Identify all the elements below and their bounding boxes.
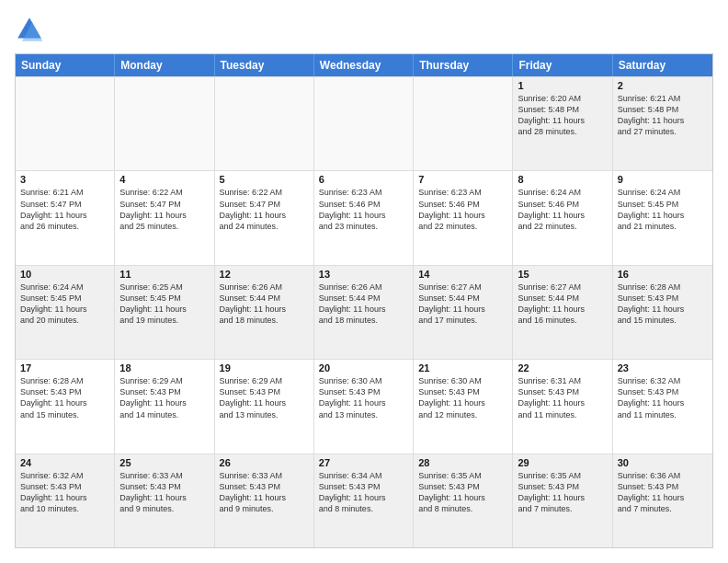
day-cell-25: 25Sunrise: 6:33 AM Sunset: 5:43 PM Dayli… [115,454,214,547]
day-number: 21 [418,362,507,373]
day-info: Sunrise: 6:33 AM Sunset: 5:43 PM Dayligh… [119,470,209,515]
day-cell-8: 8Sunrise: 6:24 AM Sunset: 5:46 PM Daylig… [513,171,612,264]
day-info: Sunrise: 6:23 AM Sunset: 5:46 PM Dayligh… [418,187,507,232]
day-cell-21: 21Sunrise: 6:30 AM Sunset: 5:43 PM Dayli… [414,360,513,453]
day-cell-27: 27Sunrise: 6:34 AM Sunset: 5:43 PM Dayli… [314,454,414,547]
day-info: Sunrise: 6:29 AM Sunset: 5:43 PM Dayligh… [119,375,209,420]
empty-cell-0-3 [314,77,414,170]
logo-icon [15,15,44,44]
day-cell-7: 7Sunrise: 6:23 AM Sunset: 5:46 PM Daylig… [414,171,513,264]
day-number: 8 [518,174,607,185]
day-number: 3 [20,174,109,185]
day-number: 30 [618,457,708,468]
day-number: 17 [20,362,109,373]
day-cell-9: 9Sunrise: 6:24 AM Sunset: 5:45 PM Daylig… [613,171,712,264]
calendar-row-4: 24Sunrise: 6:32 AM Sunset: 5:43 PM Dayli… [16,454,712,547]
day-cell-18: 18Sunrise: 6:29 AM Sunset: 5:43 PM Dayli… [115,360,214,453]
day-number: 7 [418,174,507,185]
header-cell-tuesday: Tuesday [215,54,314,76]
header-cell-sunday: Sunday [16,54,115,76]
empty-cell-0-4 [414,77,513,170]
day-cell-15: 15Sunrise: 6:27 AM Sunset: 5:44 PM Dayli… [513,266,612,359]
day-info: Sunrise: 6:21 AM Sunset: 5:48 PM Dayligh… [618,93,708,138]
day-number: 29 [518,457,607,468]
day-info: Sunrise: 6:26 AM Sunset: 5:44 PM Dayligh… [220,282,309,327]
day-number: 23 [618,362,708,373]
day-info: Sunrise: 6:25 AM Sunset: 5:45 PM Dayligh… [119,282,209,327]
logo [15,15,48,44]
day-number: 19 [220,362,309,373]
day-cell-3: 3Sunrise: 6:21 AM Sunset: 5:47 PM Daylig… [16,171,115,264]
day-info: Sunrise: 6:23 AM Sunset: 5:46 PM Dayligh… [319,187,408,232]
header-cell-wednesday: Wednesday [314,54,414,76]
day-cell-20: 20Sunrise: 6:30 AM Sunset: 5:43 PM Dayli… [314,360,414,453]
day-info: Sunrise: 6:28 AM Sunset: 5:43 PM Dayligh… [20,375,109,420]
empty-cell-0-1 [115,77,214,170]
day-cell-11: 11Sunrise: 6:25 AM Sunset: 5:45 PM Dayli… [115,266,214,359]
day-cell-4: 4Sunrise: 6:22 AM Sunset: 5:47 PM Daylig… [115,171,214,264]
calendar-row-3: 17Sunrise: 6:28 AM Sunset: 5:43 PM Dayli… [16,359,712,453]
calendar-body: 1Sunrise: 6:20 AM Sunset: 5:48 PM Daylig… [16,76,712,547]
day-number: 18 [119,362,209,373]
day-info: Sunrise: 6:32 AM Sunset: 5:43 PM Dayligh… [20,470,109,515]
day-info: Sunrise: 6:28 AM Sunset: 5:43 PM Dayligh… [618,282,708,327]
day-cell-6: 6Sunrise: 6:23 AM Sunset: 5:46 PM Daylig… [314,171,414,264]
day-info: Sunrise: 6:32 AM Sunset: 5:43 PM Dayligh… [618,375,708,420]
page: SundayMondayTuesdayWednesdayThursdayFrid… [0,0,728,563]
day-number: 24 [20,457,109,468]
day-info: Sunrise: 6:30 AM Sunset: 5:43 PM Dayligh… [319,375,408,420]
day-number: 2 [618,80,708,91]
day-cell-24: 24Sunrise: 6:32 AM Sunset: 5:43 PM Dayli… [16,454,115,547]
day-info: Sunrise: 6:36 AM Sunset: 5:43 PM Dayligh… [618,470,708,515]
day-cell-10: 10Sunrise: 6:24 AM Sunset: 5:45 PM Dayli… [16,266,115,359]
day-cell-14: 14Sunrise: 6:27 AM Sunset: 5:44 PM Dayli… [414,266,513,359]
day-number: 11 [119,269,209,280]
day-number: 14 [418,269,507,280]
day-info: Sunrise: 6:22 AM Sunset: 5:47 PM Dayligh… [119,187,209,232]
day-info: Sunrise: 6:20 AM Sunset: 5:48 PM Dayligh… [518,93,607,138]
calendar-row-0: 1Sunrise: 6:20 AM Sunset: 5:48 PM Daylig… [16,76,712,170]
calendar-row-2: 10Sunrise: 6:24 AM Sunset: 5:45 PM Dayli… [16,265,712,359]
day-cell-17: 17Sunrise: 6:28 AM Sunset: 5:43 PM Dayli… [16,360,115,453]
day-cell-13: 13Sunrise: 6:26 AM Sunset: 5:44 PM Dayli… [314,266,414,359]
day-info: Sunrise: 6:34 AM Sunset: 5:43 PM Dayligh… [319,470,408,515]
header-cell-friday: Friday [513,54,612,76]
day-number: 15 [518,269,607,280]
day-cell-12: 12Sunrise: 6:26 AM Sunset: 5:44 PM Dayli… [215,266,314,359]
day-number: 26 [220,457,309,468]
day-cell-16: 16Sunrise: 6:28 AM Sunset: 5:43 PM Dayli… [613,266,712,359]
day-number: 25 [119,457,209,468]
header-cell-thursday: Thursday [414,54,513,76]
day-number: 27 [319,457,408,468]
day-info: Sunrise: 6:35 AM Sunset: 5:43 PM Dayligh… [418,470,507,515]
day-cell-2: 2Sunrise: 6:21 AM Sunset: 5:48 PM Daylig… [613,77,712,170]
empty-cell-0-0 [16,77,115,170]
day-cell-22: 22Sunrise: 6:31 AM Sunset: 5:43 PM Dayli… [513,360,612,453]
day-info: Sunrise: 6:33 AM Sunset: 5:43 PM Dayligh… [220,470,309,515]
day-cell-29: 29Sunrise: 6:35 AM Sunset: 5:43 PM Dayli… [513,454,612,547]
day-cell-28: 28Sunrise: 6:35 AM Sunset: 5:43 PM Dayli… [414,454,513,547]
day-number: 4 [119,174,209,185]
header [15,15,713,44]
day-info: Sunrise: 6:30 AM Sunset: 5:43 PM Dayligh… [418,375,507,420]
day-cell-1: 1Sunrise: 6:20 AM Sunset: 5:48 PM Daylig… [513,77,612,170]
header-cell-monday: Monday [115,54,214,76]
calendar-header: SundayMondayTuesdayWednesdayThursdayFrid… [16,54,712,76]
day-info: Sunrise: 6:26 AM Sunset: 5:44 PM Dayligh… [319,282,408,327]
day-info: Sunrise: 6:24 AM Sunset: 5:46 PM Dayligh… [518,187,607,232]
day-info: Sunrise: 6:27 AM Sunset: 5:44 PM Dayligh… [418,282,507,327]
day-number: 9 [618,174,708,185]
day-number: 28 [418,457,507,468]
day-number: 12 [220,269,309,280]
day-number: 10 [20,269,109,280]
day-info: Sunrise: 6:24 AM Sunset: 5:45 PM Dayligh… [20,282,109,327]
day-cell-5: 5Sunrise: 6:22 AM Sunset: 5:47 PM Daylig… [215,171,314,264]
day-number: 1 [518,80,607,91]
day-info: Sunrise: 6:29 AM Sunset: 5:43 PM Dayligh… [220,375,309,420]
day-info: Sunrise: 6:22 AM Sunset: 5:47 PM Dayligh… [220,187,309,232]
day-info: Sunrise: 6:24 AM Sunset: 5:45 PM Dayligh… [618,187,708,232]
day-cell-30: 30Sunrise: 6:36 AM Sunset: 5:43 PM Dayli… [613,454,712,547]
day-cell-23: 23Sunrise: 6:32 AM Sunset: 5:43 PM Dayli… [613,360,712,453]
day-cell-19: 19Sunrise: 6:29 AM Sunset: 5:43 PM Dayli… [215,360,314,453]
header-cell-saturday: Saturday [613,54,712,76]
